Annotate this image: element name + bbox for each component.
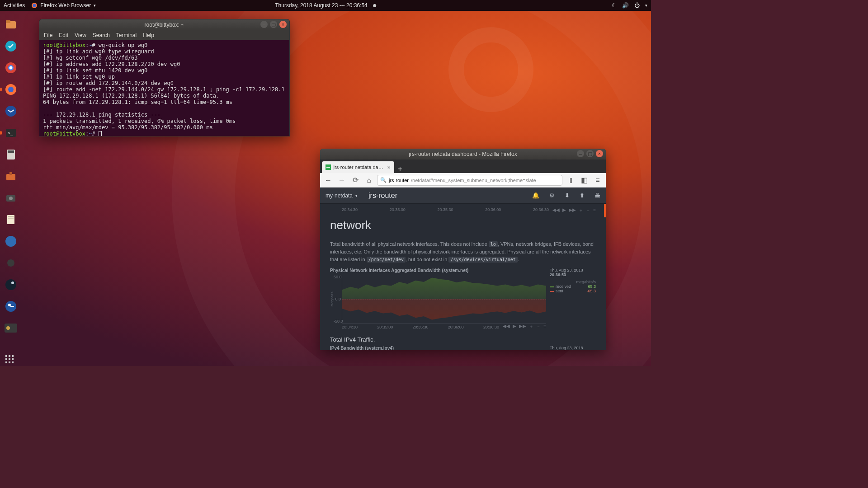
firefox-icon [31,2,38,9]
svg-point-9 [8,87,14,92]
terminal-body[interactable]: root@bittybox:~# wg-quick up wg0 [#] ip … [39,40,289,136]
terminal-title-text: root@bittybox: ~ [145,22,184,28]
caret-down-icon: ▾ [355,193,358,198]
control-play-icon[interactable]: ▶ [513,324,516,330]
panel-app-name: Firefox Web Browser [40,2,91,9]
control-rewind-icon[interactable]: ◀◀ [552,207,560,214]
dock-obs[interactable] [2,319,20,337]
power-icon[interactable]: ⏻ [634,2,640,9]
control-minus-icon[interactable]: － [536,324,541,330]
svg-point-18 [9,197,13,200]
dock-firefox[interactable] [2,80,20,99]
code-procnetdev: /proc/net/dev [367,257,406,263]
show-applications-icon[interactable] [5,355,14,363]
dock-thunderbird[interactable] [2,102,20,120]
alarms-icon[interactable]: 🔔 [532,192,539,199]
control-forward-icon[interactable]: ▶▶ [519,324,526,330]
dock-chrome[interactable] [2,59,20,77]
volume-icon[interactable]: 🔊 [622,2,629,9]
svg-point-1 [33,4,36,7]
download-icon[interactable]: ⬇ [565,192,570,199]
menu-file[interactable]: File [44,32,52,38]
panel-clock[interactable]: Thursday, 2018 August 23 --- 20:36:54 [275,2,376,9]
chart2-title: IPv4 Bandwidth (system.ipv4) [330,346,546,350]
chart1-title: Physical Network Interfaces Aggregated B… [330,268,546,273]
firefox-tabbar: jrs-router netdata dashb × + [320,160,606,173]
svg-rect-15 [6,174,15,180]
control-play-icon[interactable]: ▶ [562,207,566,214]
menu-view[interactable]: View [75,32,86,38]
chart1-controls: ◀◀ ▶ ▶▶ ＋ － ≡ [503,324,546,330]
code-lo: lo [489,241,498,247]
control-forward-icon[interactable]: ▶▶ [569,207,576,214]
y-ticks: 50.00.0-50.0 [334,275,342,324]
dock-files[interactable] [2,15,20,33]
top-time-ticks: 20:34:3020:35:0020:35:3020:36:0020:36:30 [330,207,549,214]
hamburger-menu-button[interactable]: ≡ [592,175,603,186]
dock-app-2[interactable] [2,254,20,272]
night-light-icon[interactable]: ☾ [612,2,617,9]
legend-received[interactable]: received65.3 [550,284,596,289]
menu-terminal[interactable]: Terminal [116,32,137,38]
menu-search[interactable]: Search [93,32,110,38]
svg-point-22 [5,236,16,247]
control-rewind-icon[interactable]: ◀◀ [503,324,510,330]
dock-software[interactable] [2,167,20,185]
url-bar[interactable]: 🔍 jrs-router/netdata/#menu_system_submen… [377,175,562,186]
dock-calculator[interactable] [2,145,20,164]
menu-help[interactable]: Help [143,32,154,38]
dock-editor[interactable] [2,211,20,229]
tab-close-icon[interactable]: × [387,164,391,171]
forward-button[interactable]: → [336,175,347,186]
browser-tab[interactable]: jrs-router netdata dashb × [322,161,394,173]
close-button[interactable]: × [596,150,603,157]
control-plus-icon[interactable]: ＋ [529,324,533,330]
legend-sent[interactable]: sent-65.3 [550,289,596,293]
settings-icon[interactable]: ⚙ [549,192,555,199]
dock-keepass[interactable] [2,297,20,315]
chart1[interactable]: megabits 50.00.0-50.0 [330,275,546,324]
svg-point-25 [11,282,14,284]
control-minus-icon[interactable]: － [586,207,590,214]
new-tab-button[interactable]: + [394,165,406,173]
control-resize-icon[interactable]: ≡ [593,207,596,214]
chart2-legend: Thu, Aug 23, 2018 20:36:53 megabits/s re… [546,346,596,350]
home-button[interactable]: ⌂ [363,175,374,186]
favicon-icon [326,164,331,170]
activities-button[interactable]: Activities [4,2,25,9]
control-plus-icon[interactable]: ＋ [579,207,583,214]
close-button[interactable]: × [279,21,287,28]
print-icon[interactable]: 🖶 [594,192,600,199]
dock-app-1[interactable] [2,232,20,250]
firefox-titlebar[interactable]: jrs-router netdata dashboard - Mozilla F… [320,149,606,160]
terminal-titlebar[interactable]: root@bittybox: ~ – ▢ × [39,19,289,30]
maximize-button[interactable]: ▢ [270,21,277,28]
upload-icon[interactable]: ⬆ [580,192,585,199]
sidebar-button[interactable]: ◧ [579,175,590,186]
tab-label: jrs-router netdata dashb [334,164,385,170]
minimize-button[interactable]: – [577,150,584,157]
netdata-host-link[interactable]: jrs-router [368,192,397,200]
dock-terminal[interactable]: >_ [2,124,20,142]
system-menu-caret-icon[interactable]: ▾ [645,3,647,8]
svg-rect-28 [10,306,14,307]
reload-button[interactable]: ⟳ [350,175,361,186]
terminal-window: root@bittybox: ~ – ▢ × File Edit View Se… [39,19,290,136]
search-icon: 🔍 [380,177,387,183]
menu-edit[interactable]: Edit [59,32,68,38]
netdata-brand-dropdown[interactable]: my-netdata ▾ [326,192,358,199]
dock-todo[interactable] [2,37,20,55]
terminal-menubar: File Edit View Search Terminal Help [39,30,289,40]
firefox-toolbar: ← → ⟳ ⌂ 🔍 jrs-router/netdata/#menu_syste… [320,173,606,188]
panel-app-menu[interactable]: Firefox Web Browser ▾ [31,2,96,9]
library-button[interactable]: ⫼ [565,175,576,186]
back-button[interactable]: ← [323,175,334,186]
dock-screenshot[interactable] [2,189,20,207]
dock-steam[interactable] [2,276,20,294]
maximize-button[interactable]: ▢ [586,150,594,157]
svg-point-24 [5,279,16,290]
recording-indicator-icon [373,4,376,7]
svg-rect-21 [8,218,14,219]
svg-point-30 [6,326,10,330]
minimize-button[interactable]: – [260,21,268,28]
